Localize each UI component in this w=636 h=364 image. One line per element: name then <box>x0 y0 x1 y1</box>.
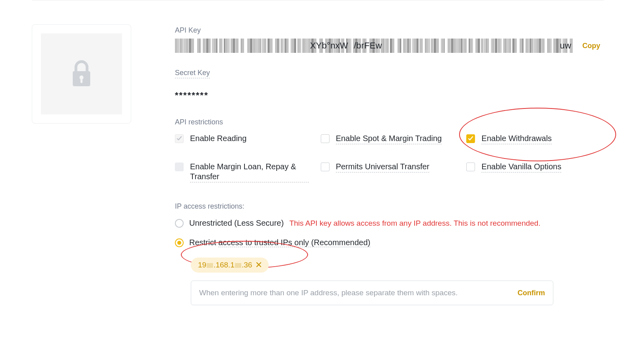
checkbox-enable-vanilla[interactable]: Enable Vanilla Options <box>466 162 600 182</box>
api-avatar-box <box>32 24 131 124</box>
checkbox-label: Enable Vanilla Options <box>481 162 561 172</box>
api-key-fragment-end: uw <box>560 41 571 51</box>
lock-icon <box>41 33 122 114</box>
api-key-value: XYb°nxW /brFEw uw <box>175 39 573 53</box>
ip-input[interactable] <box>199 288 510 297</box>
checkbox-box-icon <box>321 134 330 143</box>
checkbox-label: Enable Margin Loan, Repay & Transfer <box>190 162 309 182</box>
checkbox-enable-withdrawals[interactable]: Enable Withdrawals <box>466 134 600 144</box>
ip-chip-part3: .36 <box>242 261 252 269</box>
ip-chip-remove-button[interactable] <box>256 261 262 269</box>
radio-unrestricted[interactable]: Unrestricted (Less Secure) This API key … <box>175 219 600 228</box>
confirm-button[interactable]: Confirm <box>518 289 545 297</box>
ip-chip-part2: .168.1 <box>213 261 235 269</box>
checkbox-box-icon <box>175 134 184 143</box>
radio-icon <box>175 219 184 228</box>
checkbox-box-icon <box>466 134 475 143</box>
close-icon <box>256 262 262 267</box>
api-key-fragment-mid2: /brFEw <box>354 41 382 51</box>
copy-button[interactable]: Copy <box>582 42 600 50</box>
unrestricted-warning: This API key allows access from any IP a… <box>289 219 541 228</box>
radio-restricted[interactable]: Restrict access to trusted IPs only (Rec… <box>175 238 600 247</box>
checkbox-label: Enable Spot & Margin Trading <box>336 134 442 144</box>
checkbox-box-icon <box>321 163 330 171</box>
checkbox-label: Enable Withdrawals <box>481 134 552 144</box>
radio-label-dotted: access to trusted IPs only (Recommended) <box>218 238 370 247</box>
checkbox-label: Permits Universal Transfer <box>336 162 430 172</box>
checkbox-permits-universal[interactable]: Permits Universal Transfer <box>321 162 455 182</box>
checkbox-enable-margin-loan[interactable]: Enable Margin Loan, Repay & Transfer <box>175 162 309 182</box>
secret-key-label: Secret Key <box>175 69 210 78</box>
radio-label-prefix: Restrict <box>189 238 218 247</box>
ip-chip-mask <box>235 262 242 269</box>
radio-icon <box>175 238 184 247</box>
ip-chip: 19.168.1.36 <box>191 258 269 273</box>
checkbox-box-icon <box>175 163 184 171</box>
checkbox-enable-spot-margin[interactable]: Enable Spot & Margin Trading <box>321 134 455 144</box>
api-key-fragment-mid: XYb°nxW <box>310 41 348 51</box>
secret-key-value: ******** <box>175 90 600 101</box>
ip-restrictions-title: IP access restrictions: <box>175 202 600 211</box>
radio-label: Unrestricted (Less Secure) <box>189 219 284 228</box>
checkbox-label: Enable Reading <box>190 134 246 143</box>
ip-chip-part1: 19 <box>198 261 206 269</box>
api-key-label: API Key <box>175 26 600 35</box>
svg-rect-2 <box>81 78 83 83</box>
checkbox-enable-reading[interactable]: Enable Reading <box>175 134 309 144</box>
checkbox-box-icon <box>466 163 475 171</box>
ip-chip-mask <box>206 262 213 269</box>
ip-input-row: Confirm <box>191 281 553 305</box>
api-restrictions-title: API restrictions <box>175 118 600 126</box>
